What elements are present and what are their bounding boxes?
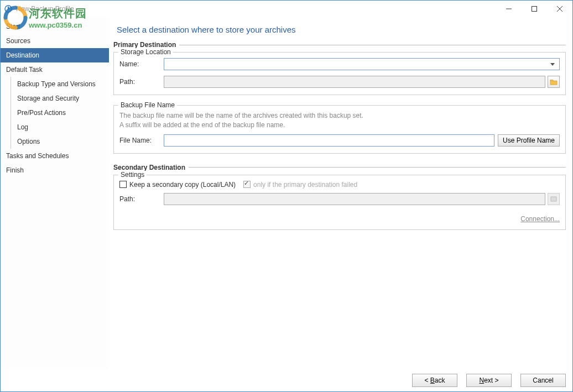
sidebar-item-storage-security[interactable]: Storage and Security: [1, 91, 109, 106]
help-line-2: A suffix will be added at the end of the…: [119, 121, 560, 130]
app-icon: [4, 4, 13, 13]
next-button[interactable]: Next >: [466, 374, 512, 387]
svg-rect-6: [551, 197, 556, 201]
primary-section-header: Primary Destination: [113, 41, 566, 49]
divider: [189, 167, 566, 168]
help-line-1: The backup file name will be the name of…: [119, 111, 560, 121]
keep-secondary-label: Keep a secondary copy (Local/LAN): [129, 181, 236, 189]
storage-location-fieldset: Storage Location Name: Path:: [113, 52, 566, 95]
minimize-button[interactable]: [496, 1, 522, 17]
sidebar-item-start[interactable]: Start: [1, 19, 109, 34]
window-title: New Backup Profile: [16, 5, 496, 13]
only-if-failed-checkbox: [243, 181, 251, 188]
back-button[interactable]: < Back: [412, 374, 457, 387]
secondary-section-label: Secondary Destination: [113, 164, 189, 171]
only-if-failed-label: only if the primary destination failed: [253, 181, 357, 189]
page-heading: Select a destination where to store your…: [113, 25, 566, 34]
sidebar-item-pre-post[interactable]: Pre/Post Actions: [1, 106, 109, 120]
filename-input[interactable]: [164, 134, 494, 147]
maximize-button[interactable]: [522, 1, 547, 17]
backup-filename-fieldset: Backup File Name The backup file name wi…: [113, 105, 566, 154]
sidebar-item-default-task[interactable]: Default Task: [1, 62, 109, 77]
settings-legend: Settings: [118, 171, 147, 179]
sidebar-item-backup-type[interactable]: Backup Type and Versions: [1, 77, 109, 91]
svg-rect-1: [8, 7, 9, 9]
secondary-path-label: Path:: [119, 195, 164, 203]
content: Select a destination where to store your…: [109, 17, 572, 369]
sidebar-item-finish[interactable]: Finish: [1, 163, 109, 177]
close-button[interactable]: [547, 1, 572, 17]
help-text: The backup file name will be the name of…: [119, 111, 560, 130]
body: StartSourcesDestinationDefault TaskBacku…: [1, 17, 572, 369]
sidebar: StartSourcesDestinationDefault TaskBacku…: [1, 17, 109, 369]
use-profile-name-button[interactable]: Use Profile Name: [498, 134, 560, 147]
browse-folder-button[interactable]: [548, 76, 560, 88]
titlebar: New Backup Profile: [1, 1, 572, 17]
name-label: Name:: [119, 60, 164, 68]
path-input: [164, 76, 545, 88]
primary-section-label: Primary Destination: [113, 41, 179, 49]
storage-location-legend: Storage Location: [118, 48, 173, 56]
cancel-button[interactable]: Cancel: [520, 374, 566, 387]
filename-label: File Name:: [119, 137, 164, 144]
name-combobox[interactable]: [164, 58, 560, 70]
connection-link[interactable]: Connection...: [520, 215, 560, 223]
folder-icon: [550, 196, 557, 202]
sidebar-item-destination[interactable]: Destination: [1, 48, 109, 62]
sidebar-item-tasks-schedules[interactable]: Tasks and Schedules: [1, 149, 109, 163]
sidebar-item-options[interactable]: Options: [1, 134, 109, 149]
folder-icon: [550, 79, 558, 85]
window-controls: [496, 1, 572, 17]
divider: [179, 45, 566, 45]
keep-secondary-checkbox[interactable]: [119, 181, 127, 188]
secondary-section-header: Secondary Destination: [113, 164, 566, 171]
sidebar-item-log[interactable]: Log: [1, 120, 109, 134]
sidebar-item-sources[interactable]: Sources: [1, 34, 109, 48]
svg-rect-3: [532, 7, 537, 12]
footer: < Back Next > Cancel: [1, 369, 572, 391]
secondary-browse-button: [548, 193, 560, 205]
path-label: Path:: [119, 78, 164, 86]
secondary-settings-fieldset: Settings Keep a secondary copy (Local/LA…: [113, 175, 566, 230]
secondary-path-input: [164, 193, 545, 205]
main-window: New Backup Profile StartSourcesDestinati…: [0, 0, 573, 392]
backup-filename-legend: Backup File Name: [118, 101, 177, 109]
